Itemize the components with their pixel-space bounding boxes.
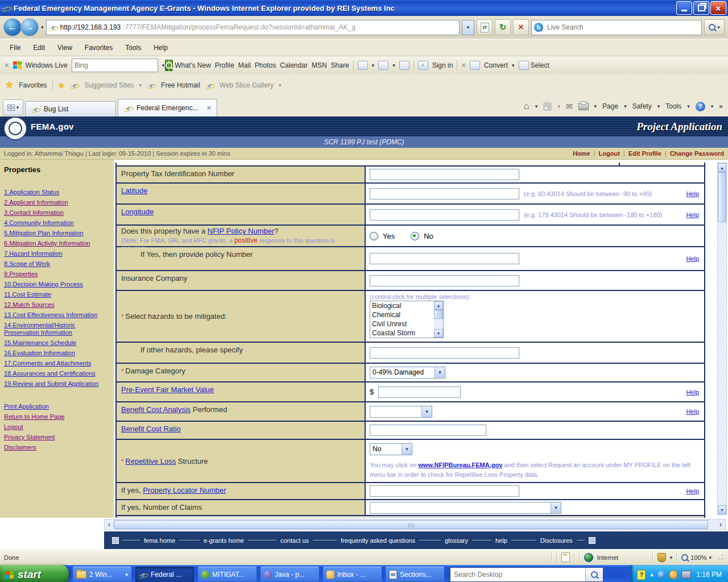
link-msn[interactable]: MSN	[312, 61, 327, 69]
sidebar-item-cost-estimate[interactable]: 11.Cost Estimate	[4, 291, 111, 298]
policy-number-input[interactable]	[370, 253, 519, 264]
sidebar-item-evaluation-information[interactable]: 16.Evaluation Information	[4, 350, 111, 357]
vertical-scrollbar[interactable]: ▲ ▼	[717, 160, 728, 518]
suggested-sites-button[interactable]: Suggested Sites	[84, 81, 134, 89]
sidebar-item-maintenance-schedule[interactable]: 15.Maintenance Schedule	[4, 339, 111, 347]
tray-reminder-icon[interactable]	[669, 570, 678, 579]
tray-expand-icon[interactable]: ▲	[649, 572, 654, 577]
sidebar-item-properties[interactable]: 9.Properties	[4, 271, 111, 278]
fema-logo[interactable]: FEMA.gov	[31, 122, 74, 131]
sidebar-item-assurances-certifications[interactable]: 18.Assurances and Certifications	[4, 370, 111, 377]
addon-close-icon[interactable]: ×	[461, 61, 466, 69]
scroll-right-button[interactable]: ›	[716, 519, 725, 530]
menu-tools[interactable]: Tools	[119, 42, 147, 53]
favorites-button[interactable]: Favorites	[19, 81, 47, 89]
help-dropdown[interactable]: ▾	[711, 103, 714, 109]
property-locator-link[interactable]: Property Locator Number	[143, 486, 226, 494]
latitude-link[interactable]: Latitude	[121, 186, 147, 195]
sidebar-item-decision-making-process[interactable]: 10.Decision Making Process	[4, 281, 111, 288]
print-dropdown[interactable]: ▾	[594, 103, 597, 109]
tray-help-icon[interactable]: ?	[637, 570, 646, 580]
free-hotmail-button[interactable]: Free Hotmail	[161, 81, 200, 89]
logout-link[interactable]: Logout	[599, 150, 620, 157]
footer-egrants-home-link[interactable]: e-grants home	[204, 537, 244, 544]
taskbar-item-java[interactable]: Java - p...	[260, 567, 319, 582]
stop-button[interactable]: ×	[513, 19, 529, 35]
longitude-input[interactable]	[370, 209, 519, 221]
listbox-scrollbar[interactable]: ▲ ▼	[434, 301, 443, 338]
overflow-chevron-icon[interactable]: »	[719, 102, 723, 110]
bing-dropdown-icon[interactable]: ▾	[162, 63, 165, 68]
sidebar-item-environmental-historic[interactable]: 14.Environmental/Historic Preservation I…	[4, 322, 111, 336]
nfip-policy-number-link[interactable]: NFIP Policy Number	[208, 227, 275, 235]
convert-dropdown-icon[interactable]: ▾	[512, 63, 515, 68]
sidebar-logout[interactable]: Logout	[4, 423, 111, 431]
suggested-sites-dropdown[interactable]: ▾	[139, 82, 142, 88]
grid-icon[interactable]	[378, 61, 388, 70]
scroll-up-icon[interactable]: ▲	[434, 301, 443, 310]
page-dropdown[interactable]: ▾	[624, 103, 627, 109]
change-password-link[interactable]: Change Password	[670, 150, 724, 157]
zoom-dropdown[interactable]: ▾	[709, 555, 712, 560]
sidebar-item-hazard-information[interactable]: 7.Hazard Information	[4, 250, 111, 257]
help-icon[interactable]: ?	[696, 102, 705, 111]
bca-performed-select[interactable]: ▼	[370, 406, 432, 418]
repetitive-loss-link[interactable]: Repetitive Loss	[125, 457, 176, 465]
toolbar-close-icon[interactable]: ×	[5, 61, 9, 69]
quick-tabs-button[interactable]: ▾	[3, 99, 23, 115]
hazard-option-coastal-storm[interactable]: Coastal Storm	[372, 329, 434, 338]
sidebar-item-applicant-information[interactable]: 2.Applicant Information	[4, 199, 111, 206]
read-mail-icon[interactable]: ✉	[566, 102, 573, 111]
longitude-help-link[interactable]: Help	[686, 211, 699, 218]
resize-grip[interactable]	[717, 554, 724, 561]
sidebar-item-scope-of-work[interactable]: 8.Scope of Work	[4, 260, 111, 268]
map-pin-icon[interactable]	[358, 61, 368, 70]
benefit-cost-ratio-link[interactable]: Benefit Cost Ratio	[121, 425, 181, 433]
live-search-input[interactable]	[546, 23, 699, 32]
link-photos[interactable]: Photos	[255, 61, 276, 69]
link-whats-new[interactable]: What's New	[175, 61, 211, 69]
sidebar-item-comments-attachments[interactable]: 17.Comments and Attachments	[4, 360, 111, 367]
menu-edit[interactable]: Edit	[27, 42, 51, 53]
link-mail[interactable]: Mail	[238, 61, 251, 69]
pre-event-value-link[interactable]: Pre-Event Fair Market Value	[121, 385, 214, 394]
damage-category-select[interactable]: 0-49% Damaged ▼	[370, 367, 445, 379]
translate-icon[interactable]	[399, 61, 410, 70]
scrollbar-thumb[interactable]	[434, 310, 443, 319]
tab-bug-list[interactable]: e Bug List	[25, 101, 116, 117]
latitude-help-link[interactable]: Help	[686, 190, 699, 197]
sign-in-button[interactable]: Sign in	[432, 61, 453, 69]
search-button[interactable]: ▾	[704, 19, 725, 35]
select-dropdown-icon[interactable]: ▼	[402, 444, 412, 455]
edit-profile-link[interactable]: Edit Profile	[628, 150, 661, 157]
pre-event-value-help-link[interactable]: Help	[686, 389, 699, 396]
restore-button[interactable]	[693, 1, 709, 15]
live-search-box[interactable]: b	[531, 20, 702, 35]
latitude-input[interactable]	[370, 188, 519, 199]
add-favorite-icon[interactable]: ★	[58, 81, 65, 90]
bing-search-input[interactable]	[72, 61, 165, 69]
nfip-no-radio[interactable]	[411, 232, 419, 240]
sidebar-item-match-sources[interactable]: 12.Match Sources	[4, 301, 111, 309]
scrollbar-track[interactable]	[718, 222, 726, 505]
hazards-listbox[interactable]: Biological Chemical Civil Unrest Coastal…	[370, 301, 444, 338]
sidebar-return-home[interactable]: Return to Home Page	[4, 413, 111, 421]
scroll-down-button[interactable]: ▼	[718, 505, 726, 514]
footer-glossary-link[interactable]: glossary	[445, 537, 468, 544]
sidebar-disclaimers[interactable]: Disclaimers	[4, 444, 111, 451]
taskbar-item-federal[interactable]: e Federal ...	[135, 567, 194, 582]
menu-file[interactable]: File	[3, 42, 27, 53]
sidebar-item-community-information[interactable]: 4.Community Information	[4, 219, 111, 227]
grid-dropdown-icon[interactable]: ▾	[392, 63, 395, 68]
footer-help-link[interactable]: help	[495, 537, 507, 544]
sidebar-item-contact-information[interactable]: 3.Contact Information	[4, 209, 111, 217]
protected-mode-icon[interactable]	[657, 553, 666, 562]
refresh-button[interactable]: ↻	[495, 19, 511, 35]
page-menu[interactable]: Page	[602, 102, 618, 110]
horizontal-scrollbar[interactable]: ‹ ›	[104, 519, 726, 530]
minimize-button[interactable]	[676, 1, 692, 15]
footer-disclosures-link[interactable]: Disclosures	[540, 537, 573, 544]
scroll-down-icon[interactable]: ▼	[434, 329, 443, 338]
history-dropdown-icon[interactable]: ▾	[41, 24, 44, 30]
sidebar-privacy-statement[interactable]: Privacy Statement	[4, 434, 111, 441]
